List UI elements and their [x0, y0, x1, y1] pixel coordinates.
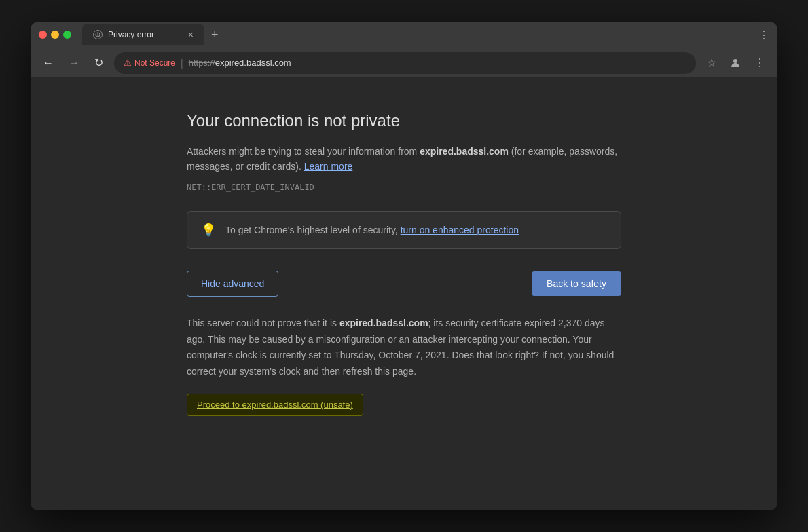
nav-bar: ← → ↻ ⚠ Not Secure | https://expired.bad…	[31, 48, 777, 77]
profile-button[interactable]	[726, 55, 745, 71]
active-tab[interactable]: Privacy error ×	[82, 24, 204, 45]
tab-bar: Privacy error × + ⋮	[82, 24, 769, 45]
svg-point-2	[733, 59, 737, 63]
advanced-domain: expired.badssl.com	[339, 318, 428, 328]
tab-close-button[interactable]: ×	[188, 30, 194, 39]
new-tab-button[interactable]: +	[207, 28, 223, 42]
advanced-text: This server could not prove that it is e…	[187, 316, 621, 380]
nav-right-icons: ☆ ⋮	[703, 54, 769, 72]
domain-part: expired.badssl.com	[215, 58, 291, 68]
error-title: Your connection is not private	[187, 111, 621, 130]
security-suggestion-box: 💡 To get Chrome's highest level of secur…	[187, 211, 621, 249]
back-to-safety-button[interactable]: Back to safety	[532, 271, 621, 296]
tab-favicon	[93, 30, 103, 39]
suggestion-text-part1: To get Chrome's highest level of securit…	[225, 225, 401, 235]
close-button[interactable]	[39, 31, 47, 39]
forward-button[interactable]: →	[65, 54, 84, 72]
address-url: https://expired.badssl.com	[189, 58, 291, 68]
bookmark-button[interactable]: ☆	[703, 54, 720, 72]
error-code: NET::ERR_CERT_DATE_INVALID	[187, 183, 621, 192]
tab-right-area: ⋮	[758, 28, 769, 41]
address-bar[interactable]: ⚠ Not Secure | https://expired.badssl.co…	[114, 52, 696, 74]
description-text-1: Attackers might be trying to steal your …	[187, 146, 420, 157]
action-buttons: Hide advanced Back to safety	[187, 271, 621, 297]
error-description: Attackers might be trying to steal your …	[187, 144, 621, 174]
reload-button[interactable]: ↻	[90, 54, 107, 72]
tab-title: Privacy error	[108, 30, 183, 39]
page-content: Your connection is not private Attackers…	[31, 77, 777, 510]
error-container: Your connection is not private Attackers…	[187, 111, 621, 416]
minimize-button[interactable]	[51, 31, 59, 39]
not-secure-badge: ⚠ Not Secure	[124, 58, 175, 68]
back-button[interactable]: ←	[39, 54, 58, 72]
https-part: https://	[189, 58, 215, 68]
bulb-icon: 💡	[201, 223, 216, 238]
enhanced-protection-link[interactable]: turn on enhanced protection	[401, 225, 519, 235]
chrome-menu-icon: ⋮	[758, 29, 769, 41]
security-suggestion-text: To get Chrome's highest level of securit…	[225, 225, 519, 235]
not-secure-label: Not Secure	[134, 58, 175, 68]
chrome-menu-button[interactable]: ⋮	[750, 54, 769, 72]
proceed-link[interactable]: Proceed to expired.badssl.com (unsafe)	[187, 394, 363, 416]
maximize-button[interactable]	[63, 31, 71, 39]
browser-window: Privacy error × + ⋮ ← → ↻ ⚠ Not Secure |…	[31, 22, 777, 510]
learn-more-link[interactable]: Learn more	[304, 161, 353, 172]
hide-advanced-button[interactable]: Hide advanced	[187, 271, 278, 297]
description-domain: expired.badssl.com	[420, 146, 509, 157]
warning-icon: ⚠	[124, 58, 132, 68]
advanced-text-part1: This server could not prove that it is	[187, 318, 339, 328]
traffic-lights	[39, 31, 71, 39]
title-bar: Privacy error × + ⋮	[31, 22, 777, 48]
address-separator: |	[181, 58, 183, 69]
